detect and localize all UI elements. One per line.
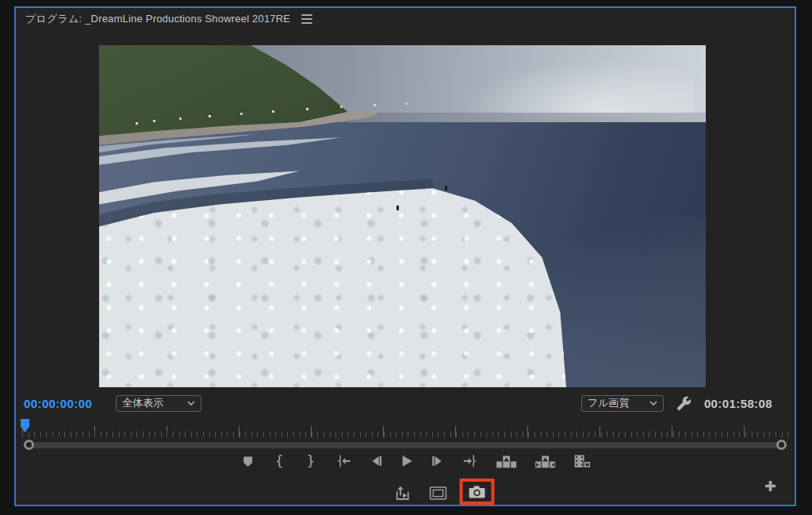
panel-title: プログラム: _DreamLine Productions Showreel 2…	[25, 12, 290, 26]
transport-buttons-row1: { }	[242, 451, 592, 471]
plus-icon	[764, 479, 777, 493]
camera-icon	[469, 485, 486, 498]
go-to-out-button[interactable]	[462, 455, 477, 467]
safe-margins-icon	[430, 486, 447, 500]
extract-button[interactable]	[534, 455, 555, 468]
add-marker-button[interactable]	[242, 455, 255, 467]
export-frame-button[interactable]	[469, 485, 486, 498]
go-to-in-button[interactable]	[335, 455, 351, 467]
mark-in-button[interactable]: {	[273, 455, 286, 468]
mark-out-button[interactable]: }	[304, 455, 318, 468]
chevron-down-icon	[649, 401, 657, 405]
current-timecode[interactable]: 00:00:00:00	[24, 397, 92, 410]
zoom-scrollbar	[24, 440, 787, 451]
surfer	[396, 206, 399, 210]
minor-ticks	[22, 432, 788, 437]
lift-icon	[496, 455, 516, 468]
monitor-controls: 00:00:00:00 全体表示 フル画質 00:01:58:08	[16, 392, 795, 414]
extract-icon	[534, 455, 555, 468]
step-back-icon	[370, 455, 382, 467]
mark-in-icon: {	[273, 455, 286, 468]
mark-out-icon: }	[304, 455, 318, 468]
play-button[interactable]	[400, 455, 412, 467]
transport-buttons-row2	[395, 478, 489, 508]
zoom-scrollbar-track[interactable]	[29, 442, 781, 448]
playback-quality-value: フル画質	[588, 396, 630, 410]
lift-button[interactable]	[496, 455, 516, 468]
annotation-highlight-box	[460, 478, 495, 505]
export-icon	[395, 486, 412, 501]
safe-margins-button[interactable]	[430, 486, 447, 500]
button-editor-button[interactable]	[764, 479, 777, 493]
wrench-icon	[676, 396, 691, 411]
village-buildings	[136, 122, 138, 125]
step-forward-icon	[431, 455, 443, 467]
zoom-level-dropdown[interactable]: 全体表示	[116, 395, 201, 412]
settings-button[interactable]	[676, 396, 691, 411]
zoom-level-value: 全体表示	[122, 396, 163, 410]
scrubber-area	[16, 417, 795, 448]
export-button[interactable]	[395, 486, 412, 501]
zoom-scrollbar-right-handle[interactable]	[776, 440, 787, 450]
go-to-out-icon	[462, 455, 477, 467]
distant-coastline	[317, 113, 706, 121]
play-icon	[400, 455, 412, 467]
playback-quality-dropdown[interactable]: フル画質	[581, 395, 664, 412]
chevron-down-icon	[187, 401, 195, 405]
surfer	[445, 186, 447, 190]
comparison-view-icon	[573, 455, 591, 468]
step-forward-button[interactable]	[431, 455, 443, 467]
panel-titlebar: プログラム: _DreamLine Productions Showreel 2…	[16, 8, 795, 30]
sun-glare	[463, 59, 694, 117]
time-ruler[interactable]	[22, 425, 788, 438]
comparison-view-button[interactable]	[573, 455, 591, 468]
zoom-scrollbar-left-handle[interactable]	[24, 440, 34, 450]
hamburger-menu-icon[interactable]	[301, 14, 312, 24]
program-monitor-panel: プログラム: _DreamLine Productions Showreel 2…	[14, 6, 796, 506]
go-to-in-icon	[335, 455, 351, 467]
duration-timecode: 00:01:58:08	[704, 397, 772, 410]
video-viewport	[99, 45, 706, 387]
marker-icon	[242, 455, 255, 467]
step-back-button[interactable]	[370, 455, 382, 467]
